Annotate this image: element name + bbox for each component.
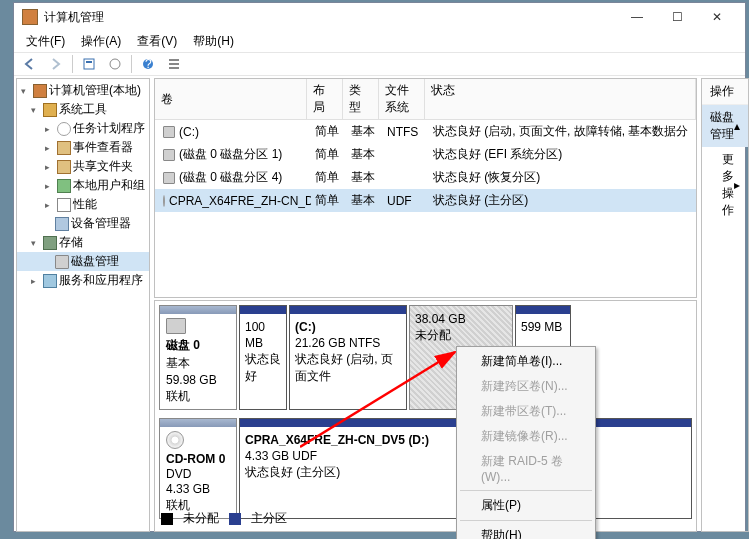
actions-selection-label: 磁盘管理 [710, 109, 734, 143]
expand-icon[interactable]: ▸ [31, 276, 41, 286]
expand-icon[interactable]: ▾ [21, 86, 31, 96]
users-icon [57, 179, 71, 193]
cell-volume: (C:) [179, 125, 199, 139]
expand-icon[interactable]: ▸ [45, 162, 55, 172]
clock-icon [57, 122, 71, 136]
tree-event-viewer[interactable]: ▸ 事件查看器 [17, 138, 149, 157]
tree-label: 设备管理器 [71, 215, 131, 232]
disk-icon [163, 126, 175, 138]
svg-rect-6 [169, 63, 179, 65]
disk-info[interactable]: 磁盘 0 基本 59.98 GB 联机 [159, 305, 237, 410]
cell-fs [383, 154, 429, 156]
table-row[interactable]: CPRA_X64FRE_ZH-CN_DV5 (D:) 简单 基本 UDF 状态良… [155, 189, 696, 212]
col-volume[interactable]: 卷 [155, 79, 307, 119]
partition-bar [516, 306, 570, 314]
perf-icon [57, 198, 71, 212]
disk-label: 磁盘 0 [166, 337, 230, 354]
expand-icon[interactable]: ▾ [31, 238, 41, 248]
expand-icon[interactable]: ▸ [45, 181, 55, 191]
computer-management-window: 计算机管理 — ☐ ✕ 文件(F) 操作(A) 查看(V) 帮助(H) ? ▾ … [13, 2, 746, 532]
table-row[interactable]: (C:) 简单 基本 NTFS 状态良好 (启动, 页面文件, 故障转储, 基本… [155, 120, 696, 143]
tree-label: 存储 [59, 234, 83, 251]
cell-status: 状态良好 (恢复分区) [429, 168, 692, 187]
expand-icon[interactable]: ▸ [45, 143, 55, 153]
part-title: (C:) [295, 320, 316, 334]
menu-file[interactable]: 文件(F) [20, 31, 71, 52]
actions-selection: 磁盘管理 ▴ [702, 105, 748, 147]
menu-new-raid5-volume: 新建 RAID-5 卷(W)... [459, 449, 593, 488]
toolbar: ? [14, 53, 745, 76]
cell-status: 状态良好 (主分区) [429, 191, 692, 210]
tree-label: 任务计划程序 [73, 120, 145, 137]
toolbar-separator [131, 55, 132, 73]
legend-swatch-unallocated [161, 513, 173, 525]
part-size: 38.04 GB [415, 311, 507, 327]
menu-action[interactable]: 操作(A) [75, 31, 127, 52]
svg-rect-7 [169, 67, 179, 69]
context-menu: 新建简单卷(I)... 新建跨区卷(N)... 新建带区卷(T)... 新建镜像… [456, 346, 596, 539]
menu-help[interactable]: 帮助(H) [459, 523, 593, 539]
menu-properties[interactable]: 属性(P) [459, 493, 593, 518]
partition-c[interactable]: (C:) 21.26 GB NTFS 状态良好 (启动, 页面文件 [289, 305, 407, 410]
cell-layout: 简单 [311, 122, 347, 141]
disk-header-bar [160, 419, 236, 427]
volume-list[interactable]: 卷 布局 类型 文件系统 状态 (C:) 简单 基本 NTFS 状态良好 (启动… [154, 78, 697, 298]
tree-device-manager[interactable]: 设备管理器 [17, 214, 149, 233]
menu-help[interactable]: 帮助(H) [187, 31, 240, 52]
disk-label: CD-ROM 0 [166, 452, 230, 466]
table-row[interactable]: (磁盘 0 磁盘分区 1) 简单 基本 状态良好 (EFI 系统分区) [155, 143, 696, 166]
forward-button[interactable] [44, 53, 68, 75]
tree-local-users[interactable]: ▸ 本地用户和组 [17, 176, 149, 195]
partition-efi[interactable]: 100 MB 状态良好 [239, 305, 287, 410]
cell-layout: 简单 [311, 145, 347, 164]
expand-icon[interactable]: ▸ [45, 200, 55, 210]
help-button[interactable]: ? [136, 53, 160, 75]
chevron-right-icon: ▸ [734, 178, 740, 192]
tree-storage[interactable]: ▾ 存储 [17, 233, 149, 252]
tree-task-scheduler[interactable]: ▸ 任务计划程序 [17, 119, 149, 138]
tree-shared-folders[interactable]: ▸ 共享文件夹 [17, 157, 149, 176]
expand-icon[interactable]: ▾ [31, 105, 41, 115]
legend-label: 未分配 [183, 510, 219, 527]
cell-fs: NTFS [383, 124, 429, 140]
nav-tree[interactable]: ▾ 计算机管理(本地) ▾ 系统工具 ▸ 任务计划程序 ▸ 事件查看器 ▸ [16, 78, 150, 532]
tree-label: 性能 [73, 196, 97, 213]
tree-root[interactable]: ▾ 计算机管理(本地) [17, 81, 149, 100]
cd-icon [163, 195, 165, 207]
col-status[interactable]: 状态 [425, 79, 696, 119]
cell-status: 状态良好 (EFI 系统分区) [429, 145, 692, 164]
maximize-button[interactable]: ☐ [657, 3, 697, 31]
window-title: 计算机管理 [44, 9, 617, 26]
disk-icon [166, 318, 186, 334]
back-button[interactable] [18, 53, 42, 75]
actions-more[interactable]: 更多操作 ▸ [702, 147, 748, 223]
minimize-button[interactable]: — [617, 3, 657, 31]
tree-disk-management[interactable]: 磁盘管理 [17, 252, 149, 271]
table-row[interactable]: (磁盘 0 磁盘分区 4) 简单 基本 状态良好 (恢复分区) [155, 166, 696, 189]
cell-type: 基本 [347, 168, 383, 187]
list-button[interactable] [162, 53, 186, 75]
tree-label: 磁盘管理 [71, 253, 119, 270]
menu-view[interactable]: 查看(V) [131, 31, 183, 52]
menu-new-simple-volume[interactable]: 新建简单卷(I)... [459, 349, 593, 374]
refresh-button[interactable] [77, 53, 101, 75]
toolbar-separator [72, 55, 73, 73]
col-type[interactable]: 类型 [343, 79, 379, 119]
col-filesystem[interactable]: 文件系统 [379, 79, 425, 119]
svg-rect-1 [86, 61, 92, 63]
tree-performance[interactable]: ▸ 性能 [17, 195, 149, 214]
cell-status: 状态良好 (启动, 页面文件, 故障转储, 基本数据分 [429, 122, 692, 141]
device-icon [55, 217, 69, 231]
menubar: 文件(F) 操作(A) 查看(V) 帮助(H) [14, 31, 745, 53]
tool-button[interactable] [103, 53, 127, 75]
close-button[interactable]: ✕ [697, 3, 737, 31]
tree-label: 计算机管理(本地) [49, 82, 141, 99]
cell-fs [383, 177, 429, 179]
cell-volume: (磁盘 0 磁盘分区 4) [179, 169, 282, 186]
svg-rect-5 [169, 59, 179, 61]
cdrom-info[interactable]: CD-ROM 0 DVD 4.33 GB 联机 [159, 418, 237, 519]
expand-icon[interactable]: ▸ [45, 124, 55, 134]
col-layout[interactable]: 布局 [307, 79, 343, 119]
tree-services[interactable]: ▸ 服务和应用程序 [17, 271, 149, 290]
tree-system-tools[interactable]: ▾ 系统工具 [17, 100, 149, 119]
